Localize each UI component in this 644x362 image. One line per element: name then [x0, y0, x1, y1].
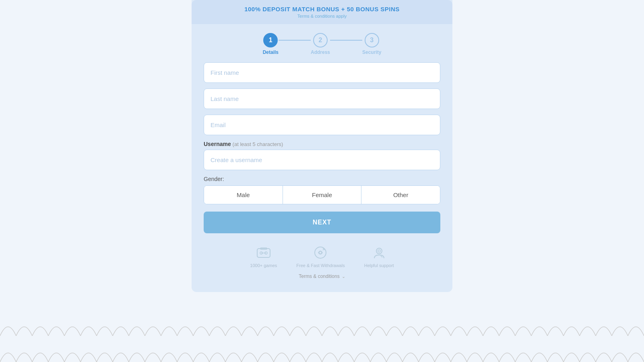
terms-row[interactable]: Terms & conditions ⌄ — [192, 274, 452, 284]
step-line-2 — [330, 40, 362, 41]
center-col: 100% DEPOSIT MATCH BONUS + 50 BONUS SPIN… — [192, 0, 452, 292]
card-area: 100% DEPOSIT MATCH BONUS + 50 BONUS SPIN… — [192, 0, 452, 292]
gender-female-button[interactable]: Female — [283, 186, 362, 204]
footer-withdrawals: Free & Fast Withdrawals — [296, 245, 345, 268]
last-name-input[interactable] — [204, 88, 440, 109]
full-page: 100% DEPOSIT MATCH BONUS + 50 BONUS SPIN… — [0, 0, 644, 362]
withdrawals-icon — [312, 245, 328, 261]
step-3: 3 Security — [362, 33, 381, 55]
footer-icons: 1000+ games Free & Fast Withdrawals — [192, 241, 452, 274]
svg-point-8 — [378, 250, 380, 252]
svg-rect-9 — [0, 310, 644, 362]
email-input[interactable] — [204, 115, 440, 135]
chevron-down-icon: ⌄ — [342, 274, 345, 279]
svg-point-6 — [319, 251, 322, 254]
step-2-label: Address — [311, 49, 330, 55]
gender-other-button[interactable]: Other — [361, 186, 440, 204]
step-1: 1 Details — [263, 33, 279, 55]
step-3-label: Security — [362, 49, 381, 55]
step-1-circle: 1 — [263, 33, 278, 47]
form-area: Username (at least 5 characters) Gender:… — [192, 62, 452, 241]
next-button[interactable]: NEXT — [204, 212, 440, 233]
step-2-circle: 2 — [313, 33, 328, 47]
username-label: Username (at least 5 characters) — [204, 141, 440, 147]
banner-title: 100% DEPOSIT MATCH BONUS + 50 BONUS SPIN… — [200, 6, 444, 12]
banner: 100% DEPOSIT MATCH BONUS + 50 BONUS SPIN… — [192, 0, 452, 24]
gender-label: Gender: — [204, 176, 440, 182]
svg-point-7 — [376, 248, 382, 254]
footer-support: Helpful support — [364, 245, 394, 268]
support-icon — [371, 245, 387, 261]
games-icon — [256, 245, 272, 261]
footer-games: 1000+ games — [250, 245, 277, 268]
first-name-input[interactable] — [204, 62, 440, 83]
step-line-1 — [279, 40, 311, 41]
terms-text: Terms & conditions — [299, 274, 339, 279]
step-2: 2 Address — [311, 33, 330, 55]
steps-bar: 1 Details 2 Address 3 Security — [192, 24, 452, 62]
support-label: Helpful support — [364, 263, 394, 268]
gender-male-button[interactable]: Male — [204, 186, 283, 204]
step-1-label: Details — [263, 49, 279, 55]
withdrawals-label: Free & Fast Withdrawals — [296, 263, 345, 268]
step-3-circle: 3 — [365, 33, 379, 47]
username-input[interactable] — [204, 150, 440, 170]
banner-subtitle: Terms & conditions apply — [200, 14, 444, 19]
games-label: 1000+ games — [250, 263, 277, 268]
wave-footer — [0, 310, 644, 362]
gender-button-group: Male Female Other — [204, 185, 440, 204]
